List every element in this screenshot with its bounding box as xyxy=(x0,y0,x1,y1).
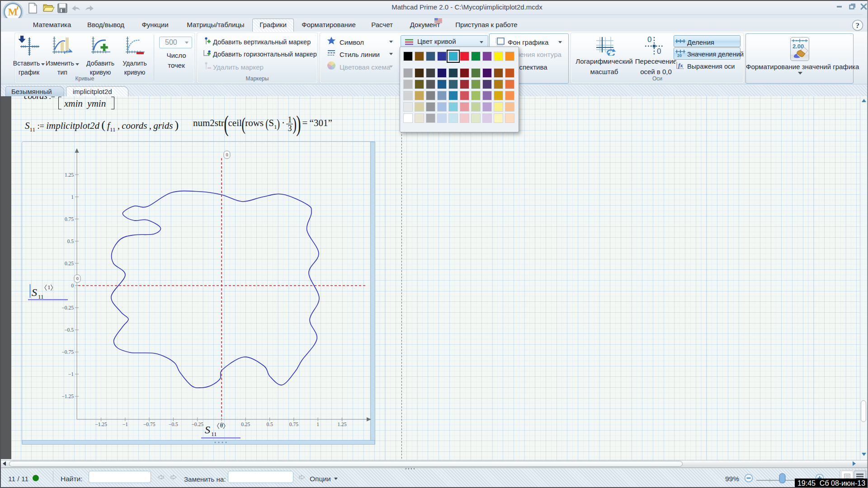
svg-text:1.25: 1.25 xyxy=(337,422,346,427)
svg-text:0: 0 xyxy=(647,36,651,44)
svg-text:−1: −1 xyxy=(123,422,128,427)
svg-text:S: S xyxy=(205,424,210,436)
svg-text:11: 11 xyxy=(38,293,44,300)
svg-text:0.5: 0.5 xyxy=(67,239,74,244)
svg-text:0: 0 xyxy=(657,47,661,56)
svg-text:1: 1 xyxy=(71,194,74,200)
svg-text:−1.25: −1.25 xyxy=(61,394,74,399)
svg-text:−0.75: −0.75 xyxy=(61,349,74,355)
svg-text:0: 0 xyxy=(226,152,228,157)
svg-text:1.25: 1.25 xyxy=(65,172,74,178)
svg-text:0: 0 xyxy=(71,283,74,288)
svg-text:−0.5: −0.5 xyxy=(169,422,178,427)
svg-text:−0.75: −0.75 xyxy=(143,422,156,427)
svg-text:S: S xyxy=(32,286,37,298)
svg-text:0: 0 xyxy=(220,423,223,428)
svg-text:11: 11 xyxy=(211,431,217,437)
svg-text:−0.5: −0.5 xyxy=(64,327,74,333)
svg-text:−1.25: −1.25 xyxy=(95,422,107,427)
svg-text:0: 0 xyxy=(76,276,79,281)
svg-text:fx: fx xyxy=(678,62,683,69)
svg-text:−1: −1 xyxy=(68,371,74,377)
svg-text:0.25: 0.25 xyxy=(65,261,74,266)
svg-text:−0.25: −0.25 xyxy=(191,422,203,427)
svg-text:?: ? xyxy=(856,21,860,30)
svg-text:1: 1 xyxy=(48,285,51,290)
svg-text:0.25: 0.25 xyxy=(241,422,250,427)
svg-text:0.75: 0.75 xyxy=(65,216,74,222)
svg-text:−0.25: −0.25 xyxy=(61,305,74,310)
svg-text:20: 20 xyxy=(677,53,682,57)
svg-text:M: M xyxy=(8,6,18,18)
svg-text:0.5: 0.5 xyxy=(266,422,273,427)
svg-text:0.75: 0.75 xyxy=(289,422,298,427)
svg-text:1: 1 xyxy=(316,422,319,427)
